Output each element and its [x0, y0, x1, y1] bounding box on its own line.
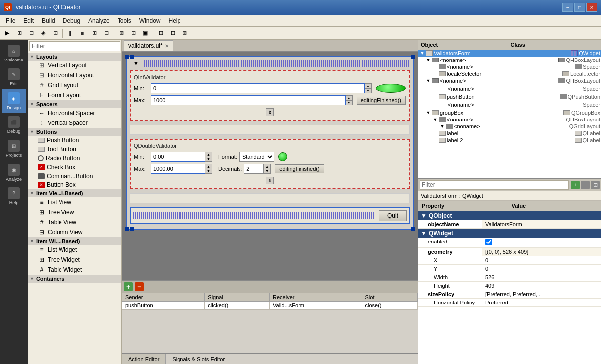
- int-max-spin-down[interactable]: ▼: [346, 101, 352, 105]
- obj-group-box[interactable]: ▼ groupBox QGroupBox: [418, 109, 601, 116]
- obj-validators-form[interactable]: ▼ ValidatorsForm QWidget: [418, 50, 601, 57]
- tab-action-editor[interactable]: Action Editor: [122, 354, 166, 364]
- toolbar-btn-2[interactable]: ⊞: [14, 28, 25, 39]
- mode-debug[interactable]: ⬛ Debug: [2, 113, 26, 137]
- canvas-tab-close-icon[interactable]: ✕: [165, 43, 169, 49]
- int-max-input[interactable]: 1000: [151, 95, 346, 105]
- top-bar-dropdown[interactable]: ▼: [130, 60, 142, 67]
- toolbar-btn-12[interactable]: ▣: [140, 28, 151, 39]
- expand-group-box[interactable]: ▼: [425, 110, 432, 115]
- dbl-format-select[interactable]: Standard: [239, 152, 274, 162]
- expand-noname-1[interactable]: ▼: [425, 58, 432, 62]
- widget-vertical-spacer[interactable]: ↕ Vertical Spacer: [28, 118, 121, 128]
- obj-spacer-3[interactable]: <noname> Spacer: [418, 100, 601, 109]
- widget-table-widget[interactable]: # Table Widget: [28, 265, 121, 275]
- signals-remove-button[interactable]: −: [135, 282, 144, 291]
- toolbar-btn-4[interactable]: ◈: [38, 28, 49, 39]
- widget-command-button[interactable]: Comman...Button: [28, 172, 121, 181]
- section-spacers[interactable]: Spacers: [28, 100, 121, 108]
- section-containers[interactable]: Containers: [28, 275, 121, 283]
- widget-list-widget[interactable]: ≡ List Widget: [28, 245, 121, 255]
- expand-validators-form[interactable]: ▼: [419, 51, 426, 56]
- dbl-min-spin-up[interactable]: ▲: [205, 152, 212, 157]
- menu-edit[interactable]: Edit: [19, 16, 38, 25]
- widget-grid-layout[interactable]: # Grid Layout: [28, 80, 121, 90]
- dbl-min-spin-down[interactable]: ▼: [205, 157, 212, 162]
- int-min-input[interactable]: 0: [151, 83, 365, 93]
- expand-noname-3[interactable]: ▼: [432, 117, 439, 122]
- obj-push-button[interactable]: pushButton QPushButton: [418, 93, 601, 100]
- expand-noname-4[interactable]: ▼: [439, 124, 446, 129]
- widget-column-view[interactable]: ⊟ Column View: [28, 227, 121, 237]
- property-filter-button[interactable]: ⊡: [591, 181, 600, 189]
- widget-horizontal-layout[interactable]: ⊟ Horizontal Layout: [28, 70, 121, 80]
- canvas-tab-validators[interactable]: validators.ui* ✕: [124, 40, 173, 51]
- minimize-button[interactable]: −: [562, 3, 573, 12]
- widget-tree-widget[interactable]: ⊞ Tree Widget: [28, 255, 121, 265]
- menu-analyze[interactable]: Analyze: [84, 16, 114, 25]
- canvas-content[interactable]: ▼ QIntValidator Min: 0 ▲ ▼: [122, 52, 418, 280]
- int-min-spin-up[interactable]: ▲: [365, 84, 371, 89]
- section-layouts[interactable]: Layouts: [28, 53, 121, 61]
- dbl-decimals-spin-down[interactable]: ▼: [264, 169, 270, 174]
- int-max-spin-up[interactable]: ▲: [346, 96, 352, 101]
- toolbar-btn-7[interactable]: ≡: [77, 28, 88, 39]
- widget-horizontal-spacer[interactable]: ↔ Horizontal Spacer: [28, 108, 121, 118]
- dbl-max-spin-down[interactable]: ▼: [205, 169, 212, 174]
- obj-noname-2[interactable]: ▼ <noname> QHBoxLayout: [418, 77, 601, 84]
- widget-form-layout[interactable]: F Form Layout: [28, 90, 121, 100]
- section-item-widgets[interactable]: Item Wi...-Based): [28, 237, 121, 245]
- mode-design[interactable]: ◈ Design: [2, 89, 26, 113]
- obj-spacer-1[interactable]: <noname> Spacer: [418, 63, 601, 70]
- signals-add-button[interactable]: +: [124, 282, 133, 291]
- prop-value-geometry[interactable]: [(0, 0), 526 x 409]: [482, 248, 601, 256]
- menu-debug[interactable]: Debug: [59, 16, 84, 25]
- section-qwidget[interactable]: ▼ QWidget: [418, 229, 601, 238]
- property-filter-input[interactable]: [420, 180, 569, 190]
- tab-signals-slots[interactable]: Signals & Slots Editor: [166, 354, 231, 364]
- obj-noname-1[interactable]: ▼ <noname> QHBoxLayout: [418, 57, 601, 63]
- section-qobject[interactable]: ▼ QObject: [418, 211, 601, 220]
- dbl-max-input[interactable]: [151, 164, 205, 174]
- section-buttons[interactable]: Buttons: [28, 128, 121, 136]
- signals-row-1[interactable]: pushButton clicked() Valid...sForm close…: [122, 302, 418, 310]
- int-min-spin-down[interactable]: ▼: [365, 89, 371, 93]
- dbl-min-input[interactable]: [151, 152, 205, 162]
- dbl-max-spin-up[interactable]: ▲: [205, 164, 212, 169]
- toolbar-btn-3[interactable]: ⊟: [26, 28, 37, 39]
- expand-noname-2[interactable]: ▼: [425, 78, 432, 83]
- obj-spacer-2[interactable]: <noname> Spacer: [418, 84, 601, 93]
- toolbar-btn-15[interactable]: ⊠: [179, 28, 190, 39]
- menu-help[interactable]: Help: [165, 16, 185, 25]
- widget-button-box[interactable]: ✕ Button Box: [28, 181, 121, 189]
- mode-projects[interactable]: ⊞ Projects: [2, 137, 26, 161]
- menu-build[interactable]: Build: [38, 16, 59, 25]
- toolbar-btn-6[interactable]: ‖: [65, 28, 76, 39]
- property-remove-button[interactable]: −: [581, 181, 590, 189]
- widget-radio-button[interactable]: Radio Button: [28, 154, 121, 163]
- obj-label-1[interactable]: label QLabel: [418, 130, 601, 137]
- toolbar-btn-11[interactable]: ⊡: [128, 28, 139, 39]
- widget-list-view[interactable]: ≡ List View: [28, 197, 121, 207]
- dbl-decimals-input[interactable]: [244, 164, 264, 174]
- obj-noname-4[interactable]: ▼ <noname> QGridLayout: [418, 123, 601, 130]
- widget-push-button[interactable]: Push Button: [28, 136, 121, 145]
- menu-window[interactable]: Window: [135, 16, 165, 25]
- section-item-views[interactable]: Item Vie...l-Based): [28, 189, 121, 197]
- menu-tools[interactable]: Tools: [114, 16, 135, 25]
- toolbar-btn-8[interactable]: ⊞: [89, 28, 100, 39]
- prop-value-objectname[interactable]: ValidatorsForm: [482, 220, 601, 228]
- widget-check-box[interactable]: ✓ Check Box: [28, 163, 121, 172]
- toolbar-btn-14[interactable]: ⊟: [167, 28, 178, 39]
- mode-help[interactable]: ? Help: [2, 184, 26, 208]
- quit-button[interactable]: Quit: [379, 210, 407, 221]
- widget-tree-view[interactable]: ⊞ Tree View: [28, 207, 121, 217]
- toolbar-btn-9[interactable]: ⊟: [101, 28, 112, 39]
- maximize-button[interactable]: □: [574, 3, 585, 12]
- widget-vertical-layout[interactable]: ⊞ Vertical Layout: [28, 61, 121, 70]
- int-signal-button[interactable]: editingFinished(): [357, 96, 406, 105]
- property-add-button[interactable]: +: [571, 181, 580, 189]
- close-button[interactable]: ✕: [586, 3, 597, 12]
- dbl-signal-button[interactable]: editingFinished(): [275, 164, 324, 173]
- toolbar-btn-5[interactable]: ⊡: [50, 28, 60, 39]
